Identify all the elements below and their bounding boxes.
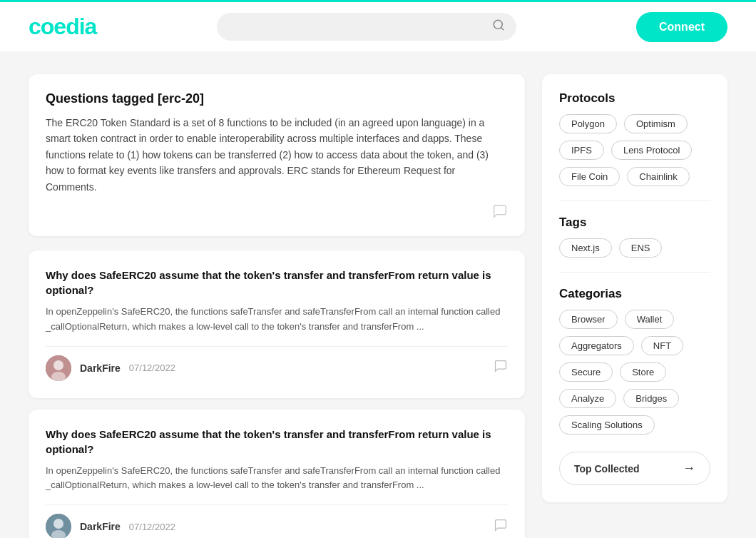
chip-secure[interactable]: Secure — [559, 362, 613, 382]
chip-chainlink[interactable]: Chainlink — [627, 167, 689, 186]
chip-optimism[interactable]: Optimism — [624, 114, 688, 133]
svg-point-6 — [53, 519, 63, 529]
question-card: Why does SafeERC20 assume that the token… — [29, 410, 525, 538]
header: coedia Connect — [0, 0, 756, 51]
left-panel: Questions tagged [erc-20] The ERC20 Toke… — [29, 74, 525, 538]
chip-ens[interactable]: ENS — [619, 238, 663, 258]
chip-lens-protocol[interactable]: Lens Protocol — [611, 141, 693, 160]
protocols-title: Protocols — [559, 91, 710, 106]
question-title: Why does SafeERC20 assume that the token… — [46, 427, 508, 457]
tagged-card: Questions tagged [erc-20] The ERC20 Toke… — [29, 74, 525, 236]
question-card: Why does SafeERC20 assume that the token… — [29, 250, 525, 398]
categories-chips: Browser Wallet Aggregators NFT Secure St… — [559, 310, 710, 435]
comment-icon — [494, 518, 508, 536]
search-bar — [217, 13, 516, 41]
connect-button[interactable]: Connect — [636, 12, 727, 42]
right-panel: Protocols Polygon Optimism IPFS Lens Pro… — [542, 74, 727, 502]
protocols-section: Protocols Polygon Optimism IPFS Lens Pro… — [559, 91, 710, 186]
search-icon — [492, 19, 505, 35]
top-collected-label: Top Collected — [574, 463, 640, 474]
avatar — [46, 514, 71, 538]
chip-store[interactable]: Store — [620, 362, 666, 382]
question-footer: DarkFire 07/12/2022 — [46, 346, 508, 381]
tags-title: Tags — [559, 215, 710, 230]
tags-section: Tags Next.js ENS — [559, 215, 710, 258]
protocols-chips: Polygon Optimism IPFS Lens Protocol File… — [559, 114, 710, 186]
author-name: DarkFire — [80, 521, 121, 532]
post-date: 07/12/2022 — [129, 522, 175, 532]
avatar — [46, 355, 71, 381]
logo: coedia — [29, 14, 96, 40]
question-footer: DarkFire 07/12/2022 — [46, 504, 508, 538]
svg-point-3 — [53, 360, 63, 370]
search-input[interactable] — [228, 21, 486, 33]
comment-icon — [494, 359, 508, 377]
divider — [559, 272, 710, 273]
tagged-description: The ERC20 Token Standard is a set of 8 f… — [46, 115, 508, 195]
chip-polygon[interactable]: Polygon — [559, 114, 617, 133]
chip-analyze[interactable]: Analyze — [559, 389, 616, 408]
chip-aggregators[interactable]: Aggregators — [559, 336, 634, 355]
svg-line-1 — [501, 27, 503, 29]
arrow-right-icon: → — [683, 461, 695, 476]
chip-nextjs[interactable]: Next.js — [559, 238, 612, 258]
chip-scaling-solutions[interactable]: Scaling Solutions — [559, 415, 655, 435]
chip-browser[interactable]: Browser — [559, 310, 618, 329]
top-collected-button[interactable]: Top Collected → — [559, 452, 710, 485]
chip-bridges[interactable]: Bridges — [623, 389, 679, 408]
tags-chips: Next.js ENS — [559, 238, 710, 258]
chip-file-coin[interactable]: File Coin — [559, 167, 620, 186]
categories-title: Categorias — [559, 287, 710, 301]
comment-icon — [46, 203, 508, 219]
tagged-title: Questions tagged [erc-20] — [46, 91, 508, 106]
author-name: DarkFire — [80, 362, 121, 374]
divider — [559, 201, 710, 201]
question-body: In openZeppelin's SafeERC20, the functio… — [46, 464, 508, 494]
question-title: Why does SafeERC20 assume that the token… — [46, 268, 508, 298]
chip-nft[interactable]: NFT — [641, 336, 683, 355]
categories-section: Categorias Browser Wallet Aggregators NF… — [559, 287, 710, 435]
chip-ipfs[interactable]: IPFS — [559, 141, 604, 160]
post-date: 07/12/2022 — [129, 362, 175, 373]
chip-wallet[interactable]: Wallet — [625, 310, 675, 329]
question-body: In openZeppelin's SafeERC20, the functio… — [46, 305, 508, 335]
